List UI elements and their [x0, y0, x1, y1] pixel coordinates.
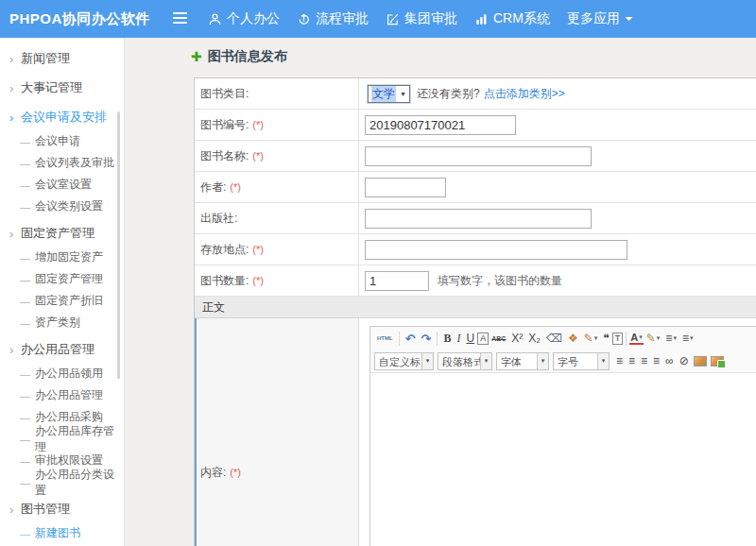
chevron-right-icon: › — [9, 53, 21, 65]
sidebar-item[interactable]: —会议列表及审批 — [0, 152, 124, 174]
align-right-icon[interactable]: ≡ — [638, 352, 650, 369]
chart-icon — [474, 12, 489, 26]
italic-icon[interactable]: I — [455, 330, 464, 347]
nav-label: 集团审批 — [404, 10, 457, 27]
highlight-icon[interactable]: ✎▾ — [644, 330, 663, 347]
toolbar-separator — [437, 332, 438, 346]
category-selected-value: 文学 — [371, 86, 396, 102]
form-row-book-name: 图书名称:(*) — [195, 141, 756, 172]
editor-content[interactable] — [370, 372, 756, 546]
field-label: 出版社: — [200, 211, 237, 227]
page-title: 图书信息发布 — [208, 48, 287, 65]
caret-down-icon — [625, 16, 633, 22]
sidebar-item[interactable]: —固定资产折旧 — [0, 290, 124, 312]
autotypeset-icon[interactable]: A — [477, 333, 489, 345]
font-family-select[interactable]: 字体▾ — [496, 352, 549, 370]
sidebar-item[interactable]: —会议申请 — [0, 130, 124, 152]
sidebar-item[interactable]: —资产类别 — [0, 312, 124, 333]
sidebar-item[interactable]: —会议类别设置 — [0, 196, 124, 217]
sidebar-item[interactable]: —增加固定资产 — [0, 247, 124, 268]
quantity-input[interactable] — [365, 271, 429, 291]
dash-icon: — — [20, 252, 30, 264]
sidebar-menu: ›新闻管理›大事记管理›会议申请及安排—会议申请—会议列表及审批—会议室设置—会… — [0, 45, 124, 546]
hamburger-menu-icon[interactable] — [173, 12, 187, 26]
sidebar-group[interactable]: ›新闻管理 — [0, 45, 124, 72]
font-color-icon[interactable]: A▾ — [629, 332, 643, 345]
sidebar-group-label: 办公用品管理 — [21, 341, 94, 358]
caret-down-icon: ▾ — [594, 334, 598, 342]
caret-down-icon: ▾ — [537, 353, 548, 369]
sidebar-group[interactable]: ›办公用品管理 — [0, 336, 124, 363]
field-label: 图书名称: — [200, 148, 249, 164]
custom-title-select[interactable]: 自定义标题▾ — [374, 352, 434, 370]
align-left-icon[interactable]: ≡ — [613, 352, 626, 369]
category-select[interactable]: 文学 ▼ — [368, 85, 410, 103]
unlink-icon[interactable]: ⊘ — [677, 352, 692, 369]
sidebar-item[interactable]: —固定资产管理 — [0, 268, 124, 290]
screenshot-icon[interactable] — [711, 356, 724, 367]
redo-icon[interactable]: ↷ — [419, 330, 435, 347]
form-row-location: 存放地点:(*) — [195, 234, 756, 265]
html-source-icon[interactable]: HTML — [374, 330, 396, 347]
publisher-input[interactable] — [365, 209, 592, 229]
caret-down-icon: ▾ — [597, 353, 609, 369]
section-header: 正文 — [195, 297, 756, 318]
blockquote-icon[interactable]: ❝ — [600, 330, 611, 347]
align-center-icon[interactable]: ≡ — [626, 352, 638, 369]
subscript-icon[interactable]: X₂ — [525, 330, 543, 347]
sidebar-scrollbar-thumb[interactable] — [117, 111, 120, 379]
sidebar-item-label: 会议申请 — [35, 133, 80, 149]
dash-icon: — — [20, 296, 30, 307]
chevron-right-icon: › — [9, 503, 21, 516]
paint-format-icon[interactable]: ✎▾ — [581, 330, 601, 347]
sidebar-item[interactable]: —办公用品库存管理 — [0, 428, 124, 450]
sidebar-item[interactable]: —办公用品领用 — [0, 363, 124, 384]
nav-personal-office[interactable]: 个人办公 — [208, 0, 280, 38]
sidebar-item-label: 会议类别设置 — [35, 198, 103, 214]
format-brush-icon[interactable]: ❖ — [565, 330, 581, 347]
form-row-category: 图书类目: 文学 ▼ 还没有类别? 点击添加类别>> — [195, 78, 756, 110]
font-size-select[interactable]: 字号▾ — [553, 352, 610, 370]
chevron-right-icon: › — [9, 344, 21, 356]
nav-more-apps[interactable]: 更多应用 — [567, 0, 633, 38]
nav-group-approval[interactable]: 集团审批 — [386, 0, 457, 38]
paste-text-icon[interactable]: T — [612, 333, 624, 345]
caret-down-icon: ▾ — [673, 334, 677, 342]
sidebar-group[interactable]: ›会议申请及安排 — [0, 104, 124, 130]
nav-workflow-approval[interactable]: 流程审批 — [297, 0, 369, 38]
undo-icon[interactable]: ↶ — [403, 330, 419, 347]
dash-icon: — — [20, 528, 30, 539]
add-category-link[interactable]: 点击添加类别>> — [484, 86, 565, 102]
paragraph-format-select[interactable]: 段落格式▾ — [438, 352, 492, 370]
sidebar-group[interactable]: ›大事记管理 — [0, 75, 124, 101]
superscript-icon[interactable]: X² — [508, 330, 525, 347]
strikethrough-icon[interactable]: ABC — [489, 330, 508, 347]
sidebar-group-label: 大事记管理 — [21, 79, 82, 96]
nav-label: CRM系统 — [493, 10, 550, 27]
location-input[interactable] — [365, 240, 627, 260]
sidebar-item[interactable]: —会议室设置 — [0, 174, 124, 196]
sidebar-item[interactable]: —办公用品管理 — [0, 384, 124, 406]
underline-icon[interactable]: U — [464, 330, 478, 347]
eraser-icon[interactable]: ⌫ — [543, 330, 565, 347]
content-label-cell: 内容:(*) — [195, 318, 359, 546]
book-name-input[interactable] — [365, 146, 592, 166]
ordered-list-icon[interactable]: ≡▾ — [662, 330, 679, 347]
sidebar-group-label: 图书管理 — [21, 501, 70, 518]
bold-icon[interactable]: B — [440, 330, 454, 347]
dash-icon: — — [20, 136, 30, 147]
image-icon[interactable] — [694, 356, 707, 367]
sidebar-group[interactable]: ›图书管理 — [0, 496, 124, 522]
dash-icon: — — [20, 158, 30, 169]
nav-crm-system[interactable]: CRM系统 — [474, 0, 550, 38]
sidebar-group[interactable]: ›固定资产管理 — [0, 220, 124, 247]
align-justify-icon[interactable]: ≡ — [650, 352, 662, 369]
dash-icon: — — [20, 317, 30, 329]
book-no-input[interactable] — [365, 115, 516, 135]
unordered-list-icon[interactable]: ≡▾ — [679, 330, 696, 347]
author-input[interactable] — [365, 178, 446, 197]
link-icon[interactable]: ∞ — [662, 352, 677, 369]
flow-icon — [297, 12, 311, 26]
sidebar-item[interactable]: —办公用品分类设置 — [0, 471, 124, 493]
sidebar-item[interactable]: —新建图书 — [0, 522, 124, 544]
